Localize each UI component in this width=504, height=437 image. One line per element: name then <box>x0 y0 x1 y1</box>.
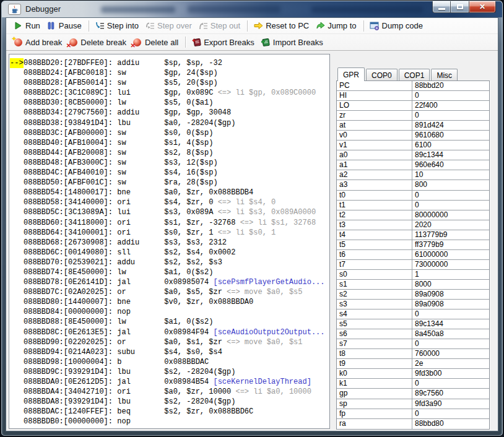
register-value[interactable]: 10 <box>412 170 489 180</box>
disasm-line[interactable]: 088BBD98:[10000004]: b0x088BBDAC <box>10 357 329 367</box>
register-value[interactable]: 0 <box>412 409 489 418</box>
register-value[interactable]: 73000000 <box>412 260 489 269</box>
register-value[interactable]: 9fd3b00 <box>412 369 489 378</box>
maximize-button[interactable] <box>451 1 469 13</box>
pause-button[interactable]: Pause <box>44 20 85 32</box>
disasm-line[interactable]: 088BBD34:[279C7560]: addiu$gp, $gp, 3004… <box>10 108 329 118</box>
disasm-line[interactable]: 088BBD5C:[3C13089A]: lui$s3, 0x089A <=> … <box>10 207 329 217</box>
register-value[interactable]: 89a0908 <box>412 290 489 299</box>
reset-to-pc-button[interactable]: Reset to PC <box>251 20 313 32</box>
disasm-line[interactable]: 088BBD8C:[0E2613E5]: jal0x08984F94 [sceA… <box>10 327 329 337</box>
register-value[interactable]: 9610680 <box>412 131 489 140</box>
register-value[interactable]: 9fd3a90 <box>412 399 489 409</box>
instruction-mnemonic: ori <box>117 228 164 238</box>
register-value[interactable]: 80000000 <box>412 210 489 220</box>
disasm-line[interactable]: 088BBDA8:[939291D4]: lbu$s2, -28204($gp) <box>10 397 329 407</box>
register-value[interactable]: 0 <box>412 111 489 120</box>
disasm-line[interactable]: 088BBD68:[26730908]: addiu$s3, $s3, 2312 <box>10 238 329 248</box>
disasm-line[interactable]: 088BBDB0:[00000000]: nop <box>10 417 329 426</box>
disasm-line[interactable]: 088BBDAC:[1240FFEF]: beq$s2, $zr, 0x088B… <box>10 407 329 417</box>
register-value[interactable]: 89c7560 <box>412 389 489 398</box>
disasm-line[interactable]: 088BBD9C:[939291D4]: lbu$s2, -28204($gp) <box>10 367 329 377</box>
disasm-line[interactable]: -->088BBD20:[27BDFFE0]: addiu$sp, $sp, -… <box>10 58 329 68</box>
register-value[interactable]: 0 <box>412 91 489 100</box>
disasm-line[interactable]: 088BBD28:[AFB50014]: sw$s5, 20($sp) <box>10 78 329 88</box>
register-row: t661000000 <box>337 250 489 260</box>
register-value[interactable]: 760000 <box>412 349 489 358</box>
register-value[interactable]: 2e <box>412 359 489 368</box>
disassembly-panel[interactable]: -->088BBD20:[27BDFFE0]: addiu$sp, $sp, -… <box>9 54 330 429</box>
disasm-line[interactable]: 088BBD2C:[3C1C089C]: lui$gp, 0x089C <=> … <box>10 88 329 98</box>
step-into-button[interactable]: Step into <box>92 20 142 32</box>
disasm-line[interactable]: 088BBD4C:[AFB40010]: sw$s4, 16($sp) <box>10 168 329 178</box>
register-value[interactable]: 89a0908 <box>412 300 489 309</box>
disasm-line[interactable]: 088BBD50:[AFBF001C]: sw$ra, 28($sp) <box>10 178 329 188</box>
disasm-line[interactable]: 088BBD48:[AFB3000C]: sw$s3, 12($sp) <box>10 158 329 168</box>
register-value[interactable]: 2020 <box>412 220 489 230</box>
register-value[interactable]: 0 <box>412 191 489 200</box>
register-value[interactable]: 89c1344 <box>412 150 489 160</box>
disasm-line[interactable]: 088BBD40:[AFB10004]: sw$s1, 4($sp) <box>10 138 329 148</box>
tab-misc[interactable]: Misc <box>431 69 458 80</box>
disasm-line[interactable]: 088BBD94:[0214A023]: subu$s4, $s0, $s4 <box>10 347 329 357</box>
register-value[interactable]: ff3779b9 <box>412 240 489 249</box>
instruction-mnemonic: sw <box>117 128 164 138</box>
jump-to-button[interactable]: Jump to <box>313 20 360 32</box>
export-breaks-button[interactable]: Export Breaks <box>189 36 258 48</box>
disasm-line[interactable]: 088BBD24:[AFBC0018]: sw$gp, 24($sp) <box>10 68 329 78</box>
disasm-line[interactable]: 088BBDA0:[0E2612D5]: jal0x08984B54 [sceK… <box>10 377 329 387</box>
delete-all-button[interactable]: ✕ Delete all <box>130 36 182 48</box>
disasm-line[interactable]: 088BBD6C:[00149080]: sll$s2, $s4, 0x0002 <box>10 248 329 257</box>
disasm-line[interactable]: 088BBD84:[00000000]: nop <box>10 307 329 317</box>
add-break-button[interactable]: ✦ Add break <box>11 36 66 48</box>
register-value[interactable]: 0 <box>412 339 489 348</box>
disasm-line[interactable]: 088BBD58:[34140000]: ori$s4, $zr, 0 <=> … <box>10 197 329 207</box>
disasm-line[interactable]: 088BBD30:[8CB50000]: lw$s5, 0($a1) <box>10 98 329 108</box>
register-value[interactable]: 0 <box>412 201 489 210</box>
register-value[interactable]: 113779b9 <box>412 230 489 240</box>
register-value[interactable]: 0 <box>412 309 489 319</box>
instruction-mnemonic: addiu <box>117 58 164 68</box>
dump-code-button[interactable]: Dump code <box>367 20 427 32</box>
register-value[interactable]: 0 <box>412 379 489 388</box>
disasm-line[interactable]: 088BBD74:[8E450000]: lw$a1, 0($s2) <box>10 267 329 277</box>
run-button[interactable]: Run <box>11 20 44 32</box>
disasm-line[interactable]: 088BBD70:[02539021]: addu$s2, $s2, $s3 <box>10 257 329 267</box>
register-value[interactable]: 88bbd80 <box>412 419 489 429</box>
register-value[interactable]: 800 <box>412 180 489 189</box>
disasm-line[interactable]: 088BBD80:[14400007]: bne$v0, $zr, 0x088B… <box>10 297 329 307</box>
disasm-line[interactable]: 088BBD54:[14800017]: bne$a0, $zr, 0x088B… <box>10 188 329 197</box>
register-value[interactable]: 6100 <box>412 141 489 150</box>
disasm-line[interactable]: 088BBD60:[34118000]: ori$s1, $zr, -32768… <box>10 218 329 228</box>
register-value[interactable]: 61000000 <box>412 250 489 259</box>
tab-cop1[interactable]: COP1 <box>399 69 430 80</box>
disasm-line[interactable]: 088BBDA4:[34042710]: ori$a0, $zr, 10000 … <box>10 387 329 397</box>
register-row: s589c1344 <box>337 319 489 329</box>
disasm-line[interactable]: 088BBD88:[8E450000]: lw$a1, 0($s2) <box>10 317 329 327</box>
disasm-line[interactable]: 088BBD44:[AFB20008]: sw$s2, 8($sp) <box>10 148 329 158</box>
titlebar[interactable]: Debugger ✕ <box>2 1 502 17</box>
register-value[interactable]: 22f400 <box>412 101 489 110</box>
tab-cop0[interactable]: COP0 <box>366 69 398 80</box>
register-value[interactable]: 8a450a8 <box>412 329 489 339</box>
disasm-line[interactable]: 088BBD90:[02202025]: or$a0, $s1, $zr <=>… <box>10 337 329 347</box>
instruction-operands: $s0, $zr, 1 <box>164 228 213 237</box>
import-breaks-button[interactable]: Import Breaks <box>258 36 327 48</box>
disasm-line[interactable]: 088BBD78:[0E26141D]: jal0x08985074 [sceP… <box>10 277 329 287</box>
tab-gpr[interactable]: GPR <box>337 67 365 81</box>
register-value[interactable]: 1 <box>412 270 489 279</box>
register-value[interactable]: 960e640 <box>412 160 489 170</box>
register-value[interactable]: 8000 <box>412 280 489 289</box>
instruction-operands: $s2, -28204($gp) <box>164 368 235 376</box>
instruction-operands: $s4, $zr, 0 <box>164 198 213 207</box>
register-value[interactable]: 891d424 <box>412 121 489 130</box>
delete-break-button[interactable]: ✕ Delete break <box>66 36 130 48</box>
register-value[interactable]: 88bbd20 <box>412 81 489 90</box>
disasm-line[interactable]: 088BBD38:[938491D4]: lbu$a0, -28204($gp) <box>10 118 329 128</box>
minimize-button[interactable] <box>432 1 451 13</box>
disasm-line[interactable]: 088BBD7C:[02A02025]: or$a0, $s5, $zr <=>… <box>10 287 329 297</box>
register-value[interactable]: 89c1344 <box>412 319 489 329</box>
disasm-line[interactable]: 088BBD3C:[AFB00000]: sw$s0, 0($sp) <box>10 128 329 138</box>
close-button[interactable]: ✕ <box>469 1 496 13</box>
disasm-line[interactable]: 088BBD64:[34100001]: ori$s0, $zr, 1 <=> … <box>10 228 329 238</box>
